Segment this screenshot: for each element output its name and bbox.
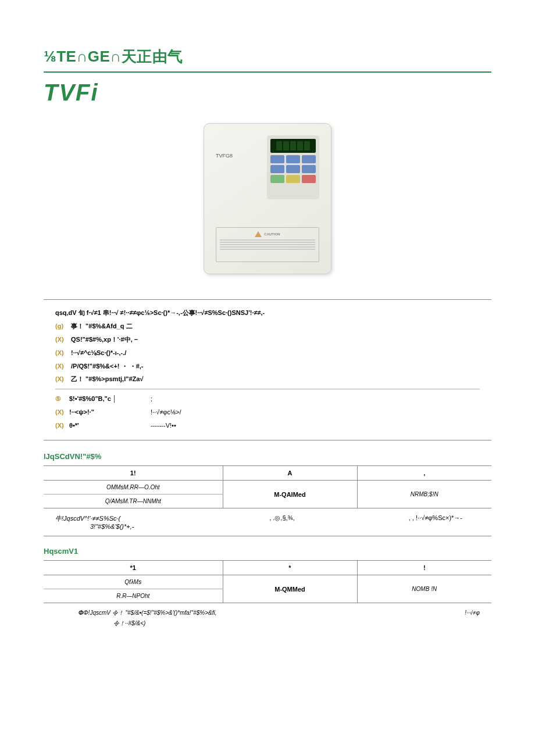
table-cell: NRMB;$!N — [357, 481, 491, 508]
device-caution-label: CAUTION — [216, 227, 319, 262]
spec-table-1: 1! A , OMMsM.RR—O.Oht M-QAIMed NRMB;$!N … — [44, 465, 491, 508]
product-title: TVFi — [44, 80, 491, 106]
table-row: 1! A , — [44, 466, 491, 481]
table-row: *1 * ! — [44, 561, 491, 575]
feature-separator — [55, 389, 480, 389]
table-row: OMMsM.RR—O.Oht M-QAIMed NRMB;$!N — [44, 481, 491, 495]
table-cell: R.R—NPOht — [44, 589, 223, 603]
header-divider — [44, 71, 491, 73]
table1-note: 牛!JqscdV^!'·≠≠S%Sc·(3!"#$%&'$()*+,- , .◎… — [44, 508, 491, 536]
table-cell: Q/AMsM.TR—NNMht — [44, 495, 223, 508]
table-cell: OMMsM.RR—O.Oht — [44, 481, 223, 495]
feature-item: (X) !··√≠^c¹⁄₈Sc·()*-ı-,-./ — [55, 347, 480, 359]
device-keypad-panel — [267, 135, 319, 199]
feature-main: qsq,dV 旬 f·√≠1 串!··√ ≠!··≠≠φc⅛>Sc·()*→-,… — [55, 307, 480, 319]
product-image: TVFG8 CAUTION — [44, 123, 491, 276]
table1-title: lJqSCdVN!"#$% — [44, 452, 491, 461]
table-cell: M-QMMed — [223, 575, 357, 603]
feature-item: (X) /P/Q$!"#$%&<+! ・ ・#,- — [55, 360, 480, 372]
table2-title: HqscmV1 — [44, 547, 491, 556]
feature-item: (X)θ•*'-------V!•• — [55, 420, 480, 432]
features-block: qsq,dV 旬 f·√≠1 串!··√ ≠!··≠≠φc⅛>Sc·()*→-,… — [44, 299, 491, 440]
feature-item: ⑤$!•'#$%0"B,"c │; — [55, 393, 480, 405]
table-header: ! — [357, 561, 491, 575]
feature-item: (X) 乙！ "#$%>psmtj,l"#Za√ — [55, 373, 480, 385]
device-model-label: TVFG8 — [216, 153, 233, 159]
table-cell: QfλMs — [44, 575, 223, 589]
device-illustration: TVFG8 CAUTION — [204, 123, 331, 274]
feature-item: (X)!··<ψ>!·"!··√≠φc⅛>/ — [55, 406, 480, 418]
table-header: *1 — [44, 561, 223, 575]
table-row: QfλMs M-QMMed NOMB !N — [44, 575, 491, 589]
table-header: A — [223, 466, 357, 481]
brand-logo: ⅛TE∩GE∩天正由气 — [44, 46, 491, 67]
feature-item: (g) 事！ "#$%&Afd_q 二 — [55, 320, 480, 332]
device-keypad — [270, 155, 316, 183]
table-header: , — [357, 466, 491, 481]
table-cell: NOMB !N — [357, 575, 491, 603]
spec-table-2: *1 * ! QfλMs M-QMMed NOMB !N R.R—NPOht — [44, 560, 491, 603]
device-display — [270, 139, 316, 153]
table2-note: ΦΦ!JqscmV 令！ "#$/&•(=$!"#$%>&'()*mfa!"#$… — [44, 603, 491, 631]
table-header: * — [223, 561, 357, 575]
table-cell: M-QAIMed — [223, 481, 357, 508]
table-header: 1! — [44, 466, 223, 481]
feature-item: (X) QS!"#$#%,xp！'·#中, − — [55, 334, 480, 346]
